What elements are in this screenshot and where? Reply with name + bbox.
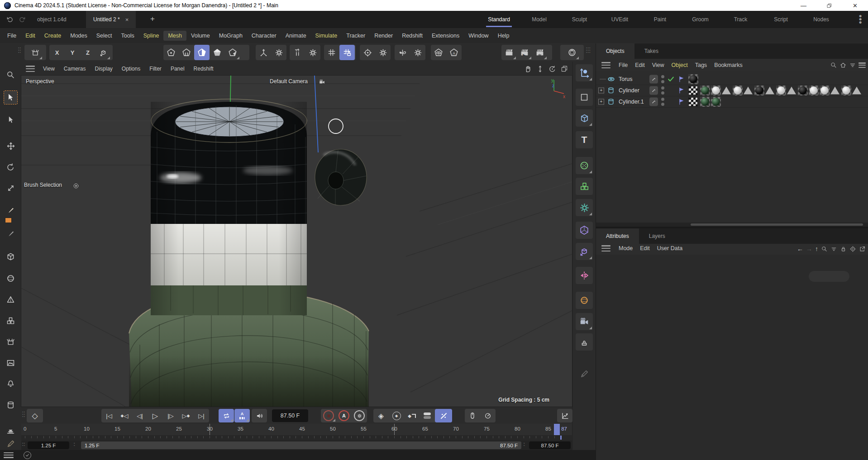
menu-item[interactable]: Character (247, 31, 281, 41)
objects-menu-item[interactable]: Bookmarks (711, 61, 746, 70)
pyramid-icon[interactable] (4, 293, 18, 307)
color-swatch[interactable] (5, 218, 12, 223)
play-icon[interactable]: ▷ (148, 409, 163, 422)
minimize-button[interactable]: — (791, 0, 816, 11)
menu-item[interactable]: Edit (21, 31, 40, 41)
menu-item[interactable]: Tracker (342, 31, 370, 41)
layout-tab[interactable]: Track (720, 11, 761, 28)
cylinder-icon[interactable] (4, 398, 18, 412)
home-icon[interactable] (839, 62, 847, 69)
ruler-frame-label[interactable]: 35 (238, 426, 243, 432)
filter-icon[interactable] (830, 246, 837, 252)
texture-mode-icon[interactable] (225, 45, 240, 60)
axis-tool-icon[interactable] (576, 64, 593, 81)
undo-icon[interactable] (4, 14, 15, 25)
next-key-icon[interactable]: ▷◆ (178, 409, 194, 422)
expand-icon[interactable]: + (598, 99, 604, 104)
pencil-icon[interactable] (4, 436, 18, 451)
panel-tab[interactable]: Takes (634, 43, 668, 59)
lock-icon[interactable] (840, 246, 847, 252)
panel-tab[interactable]: Layers (639, 228, 675, 244)
menu-item[interactable]: Simulate (311, 31, 342, 41)
ruler-frame-label[interactable]: 70 (453, 426, 459, 432)
edit-tag[interactable] (649, 86, 658, 95)
menu-item[interactable]: Extensions (427, 31, 464, 41)
material-tag[interactable] (711, 97, 721, 107)
layout-tab[interactable]: UVEdit (600, 11, 640, 28)
snap-icon[interactable] (360, 45, 375, 60)
cube-icon[interactable] (4, 250, 18, 264)
z-lock-button[interactable]: Z (80, 49, 95, 56)
ruler-frame-label[interactable]: 85 (545, 426, 551, 432)
ruler-frame-label[interactable]: 20 (145, 426, 151, 432)
fcurve-icon[interactable] (557, 409, 572, 422)
edit-tag[interactable] (649, 75, 658, 83)
ruler-frame-label[interactable]: 0 (24, 426, 26, 432)
toolbar-grip[interactable]: ▪▪▪▪▪▪ (18, 47, 22, 53)
autokey-bars-icon[interactable]: A (234, 409, 250, 422)
box-icon[interactable] (4, 335, 18, 349)
hexagon-tool-icon[interactable] (576, 222, 593, 239)
back-icon[interactable]: ← (797, 245, 803, 252)
powerslider-grip3[interactable]: ▪▪ (524, 442, 527, 446)
object-name[interactable]: Cylinder (619, 87, 639, 94)
search-icon[interactable] (821, 246, 828, 252)
doc-tab-object1[interactable]: object 1.c4d (30, 11, 74, 28)
mirror-tool-icon[interactable] (576, 267, 593, 284)
camera-tool-icon[interactable] (576, 313, 593, 330)
ruler-frame-label[interactable]: 10 (84, 426, 90, 432)
menu-item[interactable]: File (3, 31, 21, 41)
ruler-frame-label[interactable]: 5 (54, 426, 57, 432)
voxel-cubes-icon[interactable] (576, 178, 593, 195)
tab-close-icon[interactable]: × (125, 16, 129, 23)
gauge-icon[interactable] (480, 409, 496, 422)
layout-tab[interactable]: Sculpt (559, 11, 600, 28)
render-settings-icon[interactable] (532, 45, 548, 60)
forward-icon[interactable]: → (806, 245, 812, 252)
key-position-icon[interactable]: ◈ (373, 409, 389, 422)
gear-tool-icon[interactable] (576, 199, 593, 216)
material-tag[interactable] (700, 97, 710, 107)
material-tag[interactable] (841, 85, 851, 95)
rectangle-tool-icon[interactable] (576, 89, 593, 106)
points-mode-icon[interactable] (163, 45, 179, 60)
sculpt-pencil-icon[interactable] (576, 365, 593, 382)
move-icon[interactable] (4, 139, 18, 153)
powerslider-grip2[interactable]: ▪▪ (74, 442, 77, 446)
redo-icon[interactable] (16, 14, 28, 25)
new-window-icon[interactable] (859, 246, 866, 252)
powerslider-grip[interactable]: ▪▪▪▪ (22, 442, 26, 446)
ruler-frame-label[interactable]: 65 (422, 426, 428, 432)
menu-item[interactable]: MoGraph (215, 31, 247, 41)
polygon-selection-tag[interactable] (830, 86, 839, 94)
polygon-selection-tag[interactable] (722, 86, 731, 94)
interactive-axis-icon[interactable] (290, 45, 305, 60)
key-snap-icon[interactable] (435, 409, 452, 422)
brush-icon[interactable] (4, 203, 18, 217)
point-sphere-icon[interactable] (576, 157, 593, 174)
symmetry-icon[interactable] (395, 45, 410, 60)
polygon-selection-tag[interactable] (787, 86, 796, 94)
attributes-menu-item[interactable]: User Data (653, 244, 686, 253)
layout-tab[interactable]: Standard (479, 11, 519, 28)
ruler-frame-label[interactable]: 40 (268, 426, 274, 432)
objects-menu-item[interactable]: Object (668, 61, 692, 70)
ruler-frame-label[interactable]: 55 (361, 426, 367, 432)
material-tag[interactable] (820, 85, 830, 95)
material-tag[interactable] (776, 85, 786, 95)
loop-icon[interactable] (219, 409, 234, 422)
viewport-menu-item[interactable]: Filter (145, 66, 166, 72)
record-icon[interactable] (321, 409, 336, 422)
object-row-cylinder[interactable]: + Cylinder (596, 85, 868, 96)
panel-tab[interactable]: Objects (596, 43, 634, 59)
phong-tag-icon[interactable] (677, 86, 686, 95)
fullscreen-icon[interactable] (560, 65, 568, 73)
circle-tool-icon[interactable] (576, 292, 593, 309)
goto-end-icon[interactable]: ▷| (194, 409, 209, 422)
menu-item[interactable]: Create (40, 31, 66, 41)
y-lock-button[interactable]: Y (65, 49, 80, 56)
edit-tag[interactable] (649, 97, 658, 106)
preview-range-slider[interactable]: 1.25 F 87.50 F (81, 441, 521, 449)
ruler-frame-label[interactable]: 25 (176, 426, 182, 432)
layout-tab[interactable]: Model (519, 11, 559, 28)
